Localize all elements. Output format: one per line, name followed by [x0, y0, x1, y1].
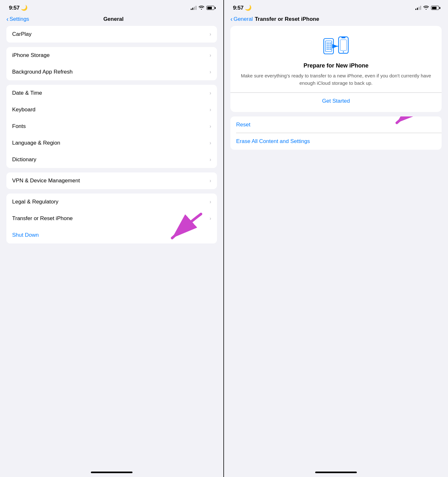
legal-regulatory-row[interactable]: Legal & Regulatory ›: [6, 194, 217, 210]
right-time: 9:57 🌙: [233, 4, 252, 11]
left-status-bar: 9:57 🌙: [0, 0, 223, 14]
iphone-storage-chevron-icon: ›: [210, 52, 211, 58]
background-app-refresh-row[interactable]: Background App Refresh ›: [6, 64, 217, 80]
erase-all-row[interactable]: Erase All Content and Settings: [230, 133, 442, 150]
vpn-section: VPN & Device Management ›: [6, 172, 217, 189]
right-nav-bar: ‹ General Transfer or Reset iPhone: [224, 14, 448, 26]
background-app-refresh-chevron-icon: ›: [210, 69, 211, 75]
left-home-indicator: [91, 472, 132, 473]
svg-point-13: [328, 48, 330, 50]
iphone-storage-label: iPhone Storage: [12, 52, 50, 59]
dictionary-row[interactable]: Dictionary ›: [6, 151, 217, 168]
right-back-label: General: [234, 16, 253, 22]
prepare-description: Make sure everything's ready to transfer…: [238, 72, 434, 87]
fonts-row[interactable]: Fonts ›: [6, 118, 217, 135]
legal-section: Legal & Regulatory › Transfer or Reset i…: [6, 194, 217, 243]
datetime-section: Date & Time › Keyboard › Fonts › Languag…: [6, 85, 217, 168]
shut-down-row[interactable]: Shut Down: [6, 227, 217, 243]
language-region-row[interactable]: Language & Region ›: [6, 135, 217, 151]
vpn-chevron-icon: ›: [210, 178, 211, 184]
svg-point-12: [327, 48, 328, 50]
storage-section: iPhone Storage › Background App Refresh …: [6, 47, 217, 80]
keyboard-row[interactable]: Keyboard ›: [6, 101, 217, 118]
transfer-reset-chevron-icon: ›: [210, 216, 211, 221]
legal-regulatory-label: Legal & Regulatory: [12, 199, 59, 205]
svg-point-14: [330, 48, 331, 50]
dictionary-chevron-icon: ›: [210, 157, 211, 163]
carplay-group: CarPlay ›: [6, 26, 217, 43]
keyboard-chevron-icon: ›: [210, 107, 211, 113]
battery-icon: [206, 6, 214, 10]
carplay-section: CarPlay ›: [6, 26, 217, 43]
shut-down-label: Shut Down: [12, 232, 39, 238]
right-moon-icon: 🌙: [244, 5, 252, 11]
svg-rect-15: [339, 37, 348, 53]
transfer-reset-row[interactable]: Transfer or Reset iPhone ›: [6, 210, 217, 227]
language-region-chevron-icon: ›: [210, 140, 211, 146]
right-status-bar: 9:57 🌙: [224, 0, 448, 14]
right-home-indicator: [315, 472, 357, 473]
vpn-row[interactable]: VPN & Device Management ›: [6, 172, 217, 189]
date-time-chevron-icon: ›: [210, 90, 211, 96]
carplay-row[interactable]: CarPlay ›: [6, 26, 217, 43]
svg-point-3: [327, 42, 328, 44]
transfer-reset-label: Transfer or Reset iPhone: [12, 215, 73, 222]
left-back-button[interactable]: ‹ Settings: [6, 16, 29, 23]
left-back-label: Settings: [10, 16, 29, 22]
language-region-label: Language & Region: [12, 140, 60, 146]
right-nav-title: Transfer or Reset iPhone: [255, 16, 319, 22]
right-battery-icon: [431, 6, 439, 10]
svg-point-7: [328, 44, 330, 46]
svg-point-10: [328, 46, 330, 48]
fonts-label: Fonts: [12, 123, 26, 130]
svg-point-11: [330, 46, 331, 48]
transfer-content: Prepare for New iPhone Make sure everyth…: [224, 26, 448, 150]
left-nav-title: General: [29, 16, 198, 22]
prepare-divider: [230, 92, 442, 93]
svg-point-5: [330, 42, 331, 44]
svg-point-6: [327, 44, 328, 46]
get-started-button[interactable]: Get Started: [322, 98, 350, 104]
prepare-title: Prepare for New iPhone: [238, 62, 434, 69]
left-nav-bar: ‹ Settings General: [0, 14, 223, 26]
left-time: 9:57 🌙: [9, 4, 28, 11]
transfer-phones-icon: [323, 35, 349, 57]
datetime-group: Date & Time › Keyboard › Fonts › Languag…: [6, 85, 217, 168]
storage-group: iPhone Storage › Background App Refresh …: [6, 47, 217, 80]
date-time-row[interactable]: Date & Time ›: [6, 85, 217, 101]
left-settings-content: CarPlay › iPhone Storage › Background Ap…: [0, 26, 223, 248]
erase-all-label: Erase All Content and Settings: [236, 138, 310, 145]
signal-icon: [191, 6, 196, 10]
svg-point-9: [327, 46, 328, 48]
left-back-chevron-icon: ‹: [6, 15, 9, 23]
reset-section-wrapper: Reset Erase All Content and Settings: [230, 116, 442, 150]
carplay-label: CarPlay: [12, 31, 31, 37]
iphone-storage-row[interactable]: iPhone Storage ›: [6, 47, 217, 64]
reset-section: Reset Erase All Content and Settings: [230, 116, 442, 150]
left-status-icons: [191, 5, 214, 11]
right-status-icons: [415, 5, 439, 11]
carplay-chevron-icon: ›: [210, 31, 211, 37]
fonts-chevron-icon: ›: [210, 123, 211, 129]
reset-row[interactable]: Reset: [230, 116, 442, 133]
svg-point-18: [343, 51, 344, 52]
keyboard-label: Keyboard: [12, 107, 36, 113]
prepare-card: Prepare for New iPhone Make sure everyth…: [230, 26, 442, 112]
legal-regulatory-chevron-icon: ›: [210, 199, 211, 205]
vpn-label: VPN & Device Management: [12, 178, 80, 184]
moon-icon: 🌙: [20, 5, 28, 11]
right-wifi-icon: [423, 5, 429, 11]
right-phone-screen: 9:57 🌙 ‹ General Transfer or Reset iP: [224, 0, 448, 477]
right-signal-icon: [415, 6, 421, 10]
reset-label: Reset: [236, 122, 250, 128]
right-back-chevron-icon: ‹: [230, 15, 233, 23]
svg-point-8: [330, 44, 331, 46]
wifi-icon: [199, 5, 204, 11]
background-app-refresh-label: Background App Refresh: [12, 69, 73, 75]
vpn-group: VPN & Device Management ›: [6, 172, 217, 189]
svg-rect-16: [341, 37, 345, 38]
left-phone-screen: 9:57 🌙 ‹ Settings General: [0, 0, 224, 477]
right-back-button[interactable]: ‹ General: [230, 16, 253, 23]
dictionary-label: Dictionary: [12, 156, 36, 163]
svg-point-4: [328, 42, 330, 44]
